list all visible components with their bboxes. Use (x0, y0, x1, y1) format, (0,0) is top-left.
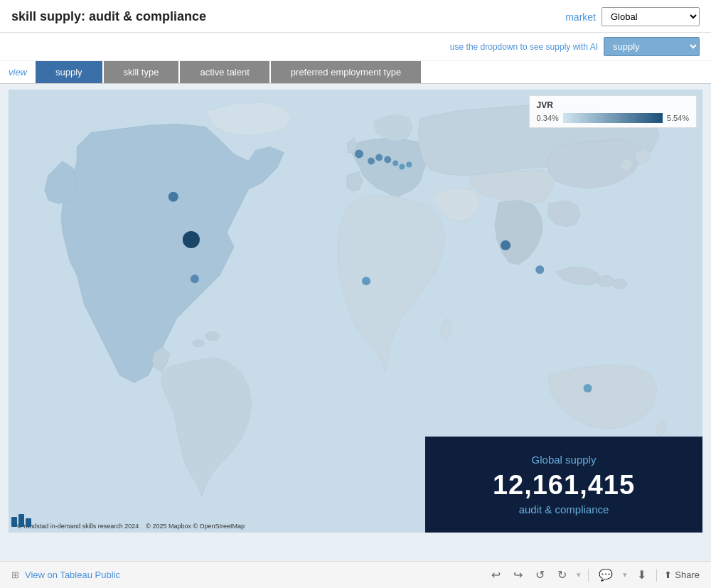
svg-point-6 (169, 192, 178, 202)
ai-dropdown-bar: use the dropdown to see supply with AI s… (0, 33, 711, 61)
supply-info-box: Global supply 12,161,415 audit & complia… (425, 437, 702, 533)
footer-right: ↩ ↪ ↺ ↻ ▾ 💬 ▾ ⬇ ⬆ Share (488, 567, 700, 583)
footer: ⊞ View on Tableau Public ↩ ↪ ↺ ↻ ▾ 💬 ▾ ⬇… (0, 561, 711, 588)
jvr-gradient-bar (563, 113, 663, 123)
footer-divider-1 (588, 569, 589, 582)
header: skill supply: audit & compliance market … (0, 0, 711, 33)
svg-point-2 (205, 332, 220, 341)
svg-rect-20 (18, 514, 24, 527)
svg-point-7 (191, 274, 199, 283)
randstad-logo-area (11, 514, 31, 530)
randstad-logo-icon (11, 514, 31, 530)
tab-skill-type[interactable]: skill type (104, 61, 179, 83)
view-tabs: view supply skill type active talent pre… (0, 61, 711, 84)
svg-point-11 (384, 156, 391, 163)
svg-point-16 (501, 240, 510, 250)
toolbar-separator-2: ▾ (623, 570, 627, 579)
svg-point-15 (362, 277, 370, 285)
svg-point-3 (597, 275, 614, 287)
footer-divider-2 (656, 569, 657, 582)
supply-type-dropdown[interactable]: supply supply with AI (604, 37, 700, 56)
market-dropdown[interactable]: Global North America Europe Asia Pacific (602, 7, 700, 26)
jvr-legend: JVR 0.34% 5.54% (529, 95, 697, 128)
supply-box-subtitle: audit & compliance (519, 503, 609, 515)
footer-left: ⊞ View on Tableau Public (11, 570, 120, 580)
view-label: view (0, 61, 36, 83)
download-button[interactable]: ⬇ (634, 567, 649, 583)
share-label: Share (675, 570, 700, 580)
randstad-credit: © randstad in-demand skills research 202… (17, 523, 139, 530)
svg-point-18 (584, 384, 592, 392)
tab-active-talent[interactable]: active talent (180, 61, 269, 83)
svg-point-12 (392, 160, 398, 166)
svg-rect-19 (11, 517, 17, 527)
page-title: skill supply: audit & compliance (11, 9, 206, 24)
svg-point-13 (399, 164, 405, 170)
jvr-min: 0.34% (537, 114, 559, 122)
map-container: JVR 0.34% 5.54% Global supply 12,161,415… (9, 90, 702, 533)
app-container: skill supply: audit & compliance market … (0, 0, 711, 588)
tableau-link[interactable]: View on Tableau Public (25, 570, 120, 580)
title-prefix: skill supply: (11, 9, 89, 23)
market-selector: market Global North America Europe Asia … (565, 7, 700, 26)
jvr-title: JVR (537, 100, 689, 110)
map-attribution: © randstad in-demand skills research 202… (17, 523, 245, 530)
svg-point-1 (193, 340, 204, 347)
toolbar-separator-1: ▾ (577, 570, 581, 579)
share-icon: ⬆ (664, 570, 672, 580)
svg-point-9 (368, 157, 375, 164)
svg-point-8 (355, 149, 363, 158)
undo-button[interactable]: ↩ (488, 567, 503, 583)
tab-preferred-employment-type[interactable]: preferred employment type (271, 61, 421, 83)
tab-supply[interactable]: supply (36, 61, 102, 83)
svg-point-10 (375, 154, 383, 161)
svg-point-14 (406, 161, 412, 167)
ai-dropdown-label: use the dropdown to see supply with AI (450, 42, 598, 52)
svg-point-4 (613, 279, 627, 289)
supply-box-title: Global supply (532, 454, 597, 466)
svg-rect-21 (26, 518, 31, 527)
map-copyright: © 2025 Mapbox © OpenStreetMap (146, 523, 245, 530)
supply-box-number: 12,161,415 (493, 470, 635, 501)
revert-button[interactable]: ↺ (533, 567, 547, 583)
share-button[interactable]: ⬆ Share (664, 570, 700, 580)
jvr-gradient-row: 0.34% 5.54% (537, 113, 689, 123)
title-bold: audit & compliance (89, 9, 206, 23)
forward-button[interactable]: ↻ (555, 567, 570, 583)
tableau-grid-icon: ⊞ (11, 570, 19, 580)
redo-button[interactable]: ↪ (510, 567, 525, 583)
svg-point-17 (535, 265, 544, 274)
market-label: market (565, 11, 596, 23)
comment-button[interactable]: 💬 (596, 567, 616, 583)
jvr-max: 5.54% (667, 114, 689, 122)
svg-point-5 (183, 231, 200, 248)
main-content: JVR 0.34% 5.54% Global supply 12,161,415… (0, 84, 711, 561)
